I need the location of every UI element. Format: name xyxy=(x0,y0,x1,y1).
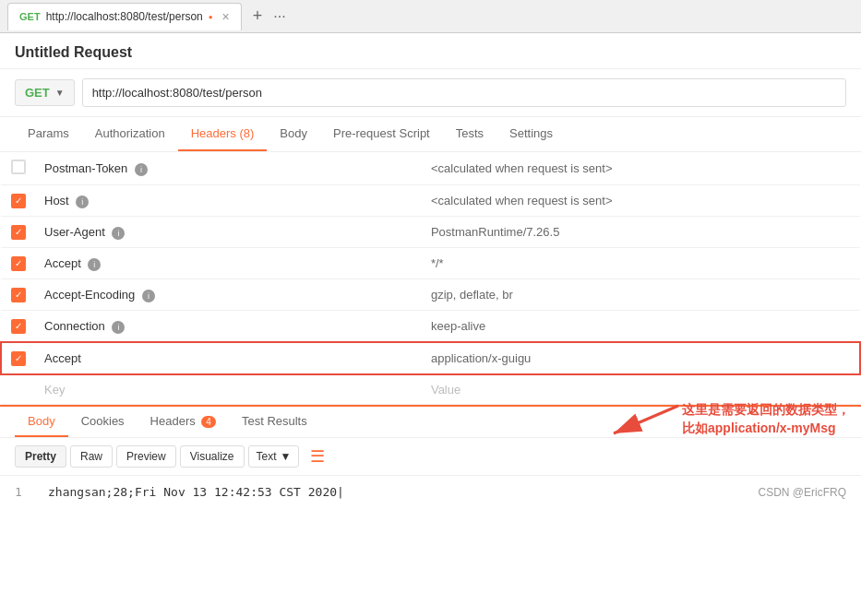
method-select[interactable]: GET ▼ xyxy=(15,79,75,106)
tab-pre-request-script[interactable]: Pre-request Script xyxy=(320,117,443,151)
response-tab-body[interactable]: Body xyxy=(15,407,68,437)
header-checkbox[interactable] xyxy=(11,319,26,334)
response-tab-headers[interactable]: Headers 4 xyxy=(138,407,229,437)
header-key-cell: User-Agent i xyxy=(35,217,422,248)
value-placeholder[interactable]: Value xyxy=(422,374,860,405)
header-key-cell: Accept xyxy=(35,342,422,374)
line-numbers: 1 xyxy=(15,485,33,499)
tab-headers[interactable]: Headers (8) xyxy=(178,117,268,151)
checkbox-cell[interactable] xyxy=(1,152,35,185)
header-value-cell: application/x-guigu xyxy=(422,342,860,374)
header-value-cell: <calculated when request is sent> xyxy=(422,152,860,185)
annotation: 这里是需要返回的数据类型，比如application/x-myMsg xyxy=(604,401,850,438)
header-key-cell: Connection i xyxy=(35,311,422,343)
response-body: 1 zhangsan;28;Fri Nov 13 12:42:53 CST 20… xyxy=(0,476,861,508)
headers-table: Postman-Token i <calculated when request… xyxy=(0,152,861,405)
header-key-cell: Postman-Token i xyxy=(35,152,422,185)
tab-close-button[interactable]: × xyxy=(222,9,230,24)
info-icon[interactable]: i xyxy=(76,195,89,208)
table-row: Postman-Token i <calculated when request… xyxy=(1,152,860,185)
csdn-watermark: CSDN @EricFRQ xyxy=(758,486,846,499)
method-chevron-icon: ▼ xyxy=(55,88,65,98)
format-bar: Pretty Raw Preview Visualize Text ▼ ☰ xyxy=(0,438,861,476)
header-value-cell: <calculated when request is sent> xyxy=(422,185,860,217)
table-row: User-Agent i PostmanRuntime/7.26.5 xyxy=(1,217,860,248)
info-icon[interactable]: i xyxy=(142,290,155,302)
svg-line-1 xyxy=(614,406,678,433)
url-bar: GET ▼ xyxy=(0,69,861,117)
response-line-1: zhangsan;28;Fri Nov 13 12:42:53 CST 2020 xyxy=(48,485,344,499)
header-value-cell: */* xyxy=(422,248,860,279)
red-arrow-icon xyxy=(604,401,678,438)
annotation-text: 这里是需要返回的数据类型，比如application/x-myMsg xyxy=(682,401,850,437)
format-visualize-button[interactable]: Visualize xyxy=(180,445,245,468)
tab-unsaved-dot: ● xyxy=(209,13,213,21)
header-key-cell: Host i xyxy=(35,185,422,217)
text-format-label: Text xyxy=(257,450,277,463)
table-row: Accept-Encoding i gzip, deflate, br xyxy=(1,279,860,311)
tab-authorization[interactable]: Authorization xyxy=(82,117,178,151)
browser-tab[interactable]: GET http://localhost:8080/test/person ● … xyxy=(7,3,242,30)
checkbox-cell[interactable] xyxy=(1,311,35,343)
response-tab-test-results[interactable]: Test Results xyxy=(229,407,320,437)
tab-body[interactable]: Body xyxy=(267,117,320,151)
table-row-highlighted: Accept application/x-guigu xyxy=(1,342,860,374)
header-key-cell: Accept-Encoding i xyxy=(35,279,422,311)
header-value-cell: keep-alive xyxy=(422,311,860,343)
table-row-empty: Key Value xyxy=(1,374,860,405)
header-value-cell: PostmanRuntime/7.26.5 xyxy=(422,217,860,248)
info-icon[interactable]: i xyxy=(135,163,148,176)
info-icon[interactable]: i xyxy=(88,258,101,271)
browser-tab-bar: GET http://localhost:8080/test/person ● … xyxy=(0,0,861,33)
text-format-chevron-icon: ▼ xyxy=(281,450,292,463)
method-label: GET xyxy=(25,86,50,100)
line-number-1: 1 xyxy=(15,485,22,499)
request-title: Untitled Request xyxy=(0,33,861,69)
header-checkbox[interactable] xyxy=(11,194,26,208)
checkbox-cell[interactable] xyxy=(1,185,35,217)
key-placeholder[interactable]: Key xyxy=(35,374,422,405)
response-content: zhangsan;28;Fri Nov 13 12:42:53 CST 2020 xyxy=(48,485,846,499)
checkbox-cell[interactable] xyxy=(1,279,35,311)
header-value-cell: gzip, deflate, br xyxy=(422,279,860,311)
table-row: Accept i */* xyxy=(1,248,860,279)
request-nav-tabs: Params Authorization Headers (8) Body Pr… xyxy=(0,117,861,152)
checkbox-cell[interactable] xyxy=(1,217,35,248)
header-key-cell: Accept i xyxy=(35,248,422,279)
header-checkbox[interactable] xyxy=(11,288,26,302)
format-raw-button[interactable]: Raw xyxy=(70,445,113,468)
format-pretty-button[interactable]: Pretty xyxy=(15,445,66,468)
header-checkbox[interactable] xyxy=(11,256,26,271)
tab-settings[interactable]: Settings xyxy=(496,117,566,151)
format-preview-button[interactable]: Preview xyxy=(116,445,176,468)
header-checkbox[interactable] xyxy=(11,160,26,174)
header-checkbox[interactable] xyxy=(11,351,26,366)
wrap-icon[interactable]: ☰ xyxy=(310,446,325,467)
text-format-select[interactable]: Text ▼ xyxy=(248,445,300,468)
header-checkbox[interactable] xyxy=(11,225,26,240)
tab-menu-button[interactable]: ··· xyxy=(273,8,285,25)
response-tab-cookies[interactable]: Cookies xyxy=(68,407,138,437)
url-input[interactable] xyxy=(82,78,846,107)
checkbox-cell[interactable] xyxy=(1,248,35,279)
headers-count-badge: 4 xyxy=(201,416,216,428)
tab-params[interactable]: Params xyxy=(15,117,82,151)
info-icon[interactable]: i xyxy=(112,227,125,240)
tab-method: GET xyxy=(19,11,41,22)
checkbox-cell-empty xyxy=(1,374,35,405)
headers-section: Postman-Token i <calculated when request… xyxy=(0,152,861,405)
table-row: Host i <calculated when request is sent> xyxy=(1,185,860,217)
tab-tests[interactable]: Tests xyxy=(443,117,496,151)
checkbox-cell[interactable] xyxy=(1,342,35,374)
tab-url: http://localhost:8080/test/person xyxy=(46,10,203,23)
new-tab-button[interactable]: + xyxy=(245,3,270,30)
info-icon[interactable]: i xyxy=(112,321,125,334)
table-row: Connection i keep-alive xyxy=(1,311,860,343)
